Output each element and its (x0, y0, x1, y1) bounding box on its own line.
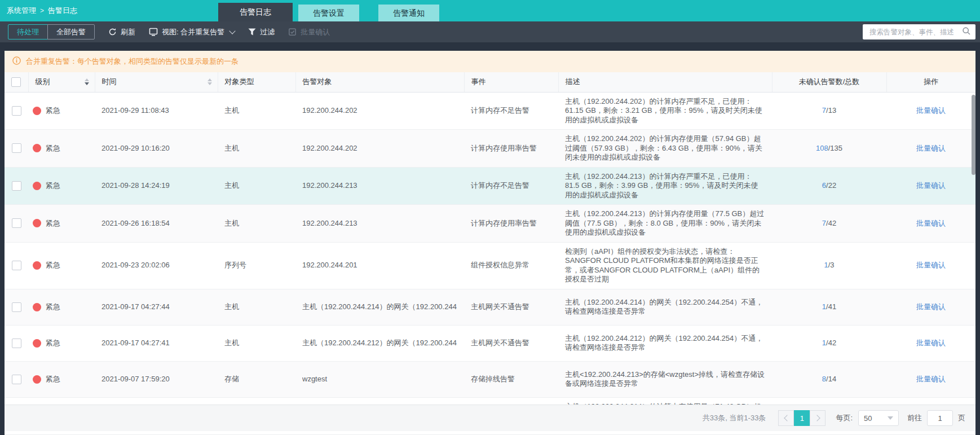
time-cell: 2021-09-29 11:08:43 (95, 92, 218, 130)
column-header-event: 事件 (464, 72, 558, 92)
unconfirmed-count-link[interactable]: 7 (822, 219, 826, 227)
refresh-icon (108, 28, 117, 36)
row-checkbox[interactable] (12, 302, 21, 312)
total-count: /3 (828, 261, 835, 269)
event-cell: 计算内存不足告警 (464, 92, 558, 130)
row-checkbox[interactable] (12, 106, 21, 116)
filter-icon (248, 28, 256, 36)
chevron-right-icon (814, 415, 820, 421)
unconfirmed-count-link[interactable]: 1 (822, 302, 826, 311)
total-count: /41 (826, 302, 836, 311)
critical-level-icon (33, 375, 41, 384)
goto-page-input[interactable] (927, 410, 953, 426)
total-count: /42 (826, 339, 836, 347)
breadcrumb-root[interactable]: 系统管理 (7, 6, 36, 16)
info-icon (12, 56, 21, 67)
page-unit-label: 页 (958, 413, 965, 423)
breadcrumb-current: 告警日志 (48, 6, 77, 16)
select-all-checkbox[interactable] (11, 77, 21, 87)
toolbar: 待处理 全部告警 刷新 视图: 合并重复告警 过滤 批量确认 (0, 21, 980, 42)
critical-level-icon (33, 107, 41, 115)
row-checkbox[interactable] (12, 375, 21, 384)
table-row: 紧急 2021-09-17 04:27:41 主机 主机（192.200.244… (5, 325, 975, 361)
row-checkbox[interactable] (12, 339, 21, 348)
per-page-select[interactable]: 50 (858, 410, 899, 426)
prev-page-button[interactable] (778, 410, 794, 426)
unconfirmed-count-link[interactable]: 1 (822, 339, 826, 347)
per-page-label: 每页: (836, 413, 853, 423)
view-icon (149, 28, 158, 36)
description-cell: 主机（192.200.244.214）的网关（192.200.244.254）不… (558, 289, 772, 325)
total-count: /13 (826, 106, 836, 115)
tab-bar: 告警日志 告警设置 告警通知 (218, 3, 439, 21)
row-checkbox[interactable] (12, 181, 21, 191)
column-header-level[interactable]: 级别 (28, 72, 95, 92)
unconfirmed-count-link[interactable]: 6 (822, 181, 826, 190)
level-label: 紧急 (46, 144, 60, 153)
batch-confirm-link[interactable]: 批量确认 (916, 106, 946, 115)
batch-confirm-link[interactable]: 批量确认 (916, 302, 946, 311)
filter-button[interactable]: 过滤 (248, 27, 275, 37)
chevron-left-icon (784, 415, 790, 421)
unconfirmed-count-link[interactable]: 1 (824, 261, 828, 269)
tab-alert-settings[interactable]: 告警设置 (298, 5, 359, 21)
row-checkbox[interactable] (12, 143, 21, 153)
sort-carets-time[interactable] (208, 78, 212, 85)
event-cell: 主机网关不通告警 (464, 325, 558, 361)
unconfirmed-count-link[interactable]: 7 (822, 106, 826, 115)
unconfirmed-count-link[interactable]: 108 (816, 144, 828, 152)
level-label: 紧急 (46, 302, 60, 312)
table-row: 紧急 2021-09-29 10:16:20 主机 192.200.244.20… (5, 130, 975, 168)
alert-object-cell: 主机（192.200.244.214）的网关（192.200.244.2... (302, 302, 457, 312)
batch-confirm-link[interactable]: 批量确认 (916, 339, 946, 347)
unconfirmed-count-link[interactable]: 8 (822, 375, 826, 383)
row-checkbox[interactable] (12, 218, 21, 228)
batch-confirm-toolbar-button[interactable]: 批量确认 (288, 27, 330, 37)
goto-label: 前往 (907, 413, 922, 423)
refresh-button[interactable]: 刷新 (108, 27, 135, 37)
critical-level-icon (33, 303, 41, 311)
search-icon[interactable] (962, 27, 971, 38)
unconfirmed-count-cell: 8/14 (772, 361, 886, 397)
sort-carets-level[interactable] (85, 78, 89, 85)
description-cell: 主机（192.200.244.212）的网关（192.200.244.254）不… (558, 325, 772, 361)
column-header-actions: 操作 (886, 72, 975, 92)
alert-object-cell: 主机（192.200.244.212）的网关（192.200.244.2... (302, 339, 457, 348)
search-input[interactable] (868, 28, 962, 37)
level-label: 紧急 (46, 339, 60, 348)
view-mode-label: 视图: 合并重复告警 (162, 27, 224, 37)
tab-alert-notification[interactable]: 告警通知 (378, 5, 439, 21)
batch-confirm-link[interactable]: 批量确认 (916, 181, 946, 190)
view-mode-dropdown[interactable]: 视图: 合并重复告警 (149, 27, 235, 37)
current-page-button[interactable]: 1 (794, 410, 810, 426)
vertical-scrollbar-thumb[interactable] (972, 95, 975, 175)
event-cell: 计算内存不足告警 (464, 167, 558, 205)
level-label: 紧急 (46, 261, 60, 270)
batch-confirm-link[interactable]: 批量确认 (916, 375, 946, 383)
object-type-cell: 存储 (218, 361, 295, 397)
row-checkbox[interactable] (12, 261, 21, 270)
batch-confirm-link[interactable]: 批量确认 (916, 219, 946, 227)
total-count: /14 (826, 375, 836, 383)
description-cell: 主机（192.200.244.202）的计算内存严重不足，已使用：61.15 G… (558, 92, 772, 130)
unconfirmed-count-cell: 7/42 (772, 205, 886, 243)
next-page-button[interactable] (810, 410, 826, 426)
object-type-cell: 主机 (218, 92, 295, 130)
pending-alerts-button[interactable]: 待处理 (8, 24, 48, 39)
batch-confirm-link[interactable]: 批量确认 (916, 261, 946, 269)
object-type-cell: 主机 (218, 167, 295, 205)
object-type-cell: 主机 (218, 205, 295, 243)
level-label: 紧急 (46, 219, 60, 229)
column-header-time[interactable]: 时间 (95, 72, 218, 92)
tab-alert-log[interactable]: 告警日志 (218, 3, 293, 21)
table-row: 紧急 2021-09-23 20:02:06 序列号 192.200.244.2… (5, 242, 975, 289)
object-type-cell: 主机 (218, 325, 295, 361)
all-alerts-button[interactable]: 全部告警 (47, 24, 95, 39)
alert-table: 级别 时间 对象类型 告警对象 事件 描述 未确认告警数/总数 操作 (5, 72, 975, 435)
critical-level-icon (33, 182, 41, 190)
batch-confirm-link[interactable]: 批量确认 (916, 144, 946, 152)
table-row: 紧急 2021-09-28 14:24:19 主机 192.200.244.21… (5, 167, 975, 205)
content-area: 合并重复告警：每个告警对象，相同类型的告警仅显示最新的一条 级别 时间 (5, 51, 975, 435)
unconfirmed-count-cell: 6/22 (772, 167, 886, 205)
unconfirmed-count-cell: 1/3 (772, 242, 886, 289)
